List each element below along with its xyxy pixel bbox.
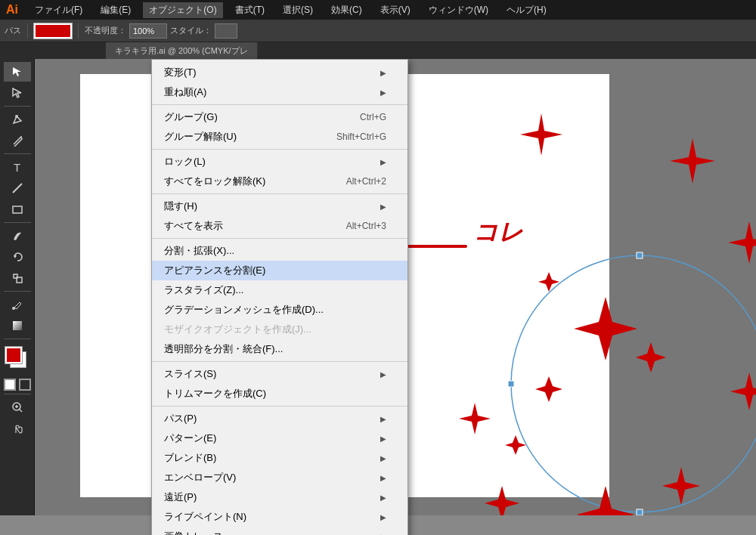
menu-item-mosaic: モザイクオブジェクトを作成(J)... <box>152 320 407 339</box>
main-area: T <box>0 59 756 515</box>
menu-item-label: パス(P) <box>164 412 197 425</box>
submenu-arrow-icon: ▶ <box>380 415 386 423</box>
menu-item-label: パターン(E) <box>164 431 216 445</box>
menu-item-label: ラスタライズ(Z)... <box>164 283 243 297</box>
menu-item-unlock_all[interactable]: すべてをロック解除(K)Alt+Ctrl+2 <box>152 172 407 191</box>
path-label: パス <box>5 25 21 36</box>
submenu-arrow-icon: ▶ <box>380 69 386 77</box>
menu-item-label: ロック(L) <box>164 155 206 169</box>
submenu-arrow-icon: ▶ <box>380 454 386 462</box>
stroke-color-swatch[interactable] <box>34 23 72 39</box>
menu-separator <box>152 238 407 239</box>
menu-item-image_trace[interactable]: 画像トレース▶ <box>152 527 407 535</box>
submenu-arrow-icon: ▶ <box>380 513 386 521</box>
menu-help[interactable]: ヘルプ(H) <box>500 2 553 18</box>
menu-item-shortcut: Alt+Ctrl+3 <box>346 221 386 231</box>
submenu-arrow-icon: ▶ <box>380 434 386 443</box>
menu-item-label: トリムマークを作成(C) <box>164 387 266 400</box>
menu-separator <box>152 149 407 150</box>
menu-item-live_paint[interactable]: ライブペイント(N)▶ <box>152 507 407 527</box>
app-logo: Ai <box>6 3 18 17</box>
opacity-input[interactable] <box>129 23 167 39</box>
menu-item-path[interactable]: パス(P)▶ <box>152 409 407 428</box>
menu-item-show_all[interactable]: すべてを表示Alt+Ctrl+3 <box>152 216 407 236</box>
menu-item-label: アピアランスを分割(E) <box>164 264 265 277</box>
menu-item-label: 画像トレース <box>164 530 223 535</box>
toolbar-separator <box>27 23 28 39</box>
menu-item-label: ブレンド(B) <box>164 451 216 465</box>
menu-item-envelope[interactable]: エンベロープ(V)▶ <box>152 468 407 487</box>
menu-item-trim_marks[interactable]: トリムマークを作成(C) <box>152 384 407 404</box>
menu-item-label: 変形(T) <box>164 66 197 79</box>
menu-item-label: スライス(S) <box>164 367 216 381</box>
menu-separator <box>152 361 407 362</box>
menu-item-slice[interactable]: スライス(S)▶ <box>152 364 407 384</box>
submenu-arrow-icon: ▶ <box>380 493 386 502</box>
toolbar-separator-2 <box>78 23 79 39</box>
dropdown-overlay: 変形(T)▶重ね順(A)▶グループ(G)Ctrl+Gグループ解除(U)Shift… <box>0 59 756 515</box>
menu-effect[interactable]: 効果(C) <box>325 2 368 18</box>
menu-item-hide[interactable]: 隠す(H)▶ <box>152 196 407 216</box>
menu-item-label: 分割・拡張(X)... <box>164 244 234 258</box>
submenu-arrow-icon: ▶ <box>380 533 386 536</box>
object-menu-dropdown: 変形(T)▶重ね順(A)▶グループ(G)Ctrl+Gグループ解除(U)Shift… <box>151 59 408 535</box>
title-bar: Ai ファイル(F) 編集(E) オブジェクト(O) 書式(T) 選択(S) 効… <box>0 0 756 20</box>
menu-file[interactable]: ファイル(F) <box>29 2 88 18</box>
menu-item-label: エンベロープ(V) <box>164 471 236 484</box>
menu-item-label: 隠す(H) <box>164 199 197 213</box>
menu-select[interactable]: 選択(S) <box>277 2 319 18</box>
file-info-bar: キラキラ用.ai @ 200% (CMYK/プレ <box>0 42 756 59</box>
menu-item-flatten_transparency[interactable]: 透明部分を分割・統合(F)... <box>152 339 407 359</box>
menu-separator <box>152 406 407 407</box>
opacity-label: 不透明度： <box>85 25 126 36</box>
submenu-arrow-icon: ▶ <box>380 158 386 166</box>
submenu-arrow-icon: ▶ <box>380 370 386 379</box>
menu-item-transform[interactable]: 変形(T)▶ <box>152 63 407 82</box>
menu-item-group[interactable]: グループ(G)Ctrl+G <box>152 107 407 127</box>
menu-type[interactable]: 書式(T) <box>229 2 271 18</box>
menu-item-blend[interactable]: ブレンド(B)▶ <box>152 448 407 468</box>
menu-item-label: グループ解除(U) <box>164 130 237 144</box>
menu-item-rasterize[interactable]: ラスタライズ(Z)... <box>152 280 407 300</box>
menu-item-shortcut: Alt+Ctrl+2 <box>346 176 386 187</box>
menu-item-shortcut: Shift+Ctrl+G <box>336 131 386 142</box>
submenu-arrow-icon: ▶ <box>380 88 386 97</box>
menu-item-label: モザイクオブジェクトを作成(J)... <box>164 323 311 336</box>
menu-item-label: 重ね順(A) <box>164 85 206 99</box>
menu-window[interactable]: ウィンドウ(W) <box>423 2 494 18</box>
menu-object[interactable]: オブジェクト(O) <box>143 2 222 18</box>
menu-item-label: すべてをロック解除(K) <box>164 175 265 188</box>
document-tab[interactable]: キラキラ用.ai @ 200% (CMYK/プレ <box>106 42 258 59</box>
menu-item-arrange[interactable]: 重ね順(A)▶ <box>152 82 407 102</box>
style-label: スタイル： <box>170 25 212 36</box>
style-dropdown[interactable] <box>215 23 237 39</box>
submenu-arrow-icon: ▶ <box>380 203 386 211</box>
menu-item-label: 遠近(P) <box>164 490 197 504</box>
menu-item-shortcut: Ctrl+G <box>360 112 386 122</box>
menu-item-expand[interactable]: 分割・拡張(X)... <box>152 241 407 261</box>
menu-item-ungroup[interactable]: グループ解除(U)Shift+Ctrl+G <box>152 127 407 147</box>
menu-edit[interactable]: 編集(E) <box>94 2 137 18</box>
submenu-arrow-icon: ▶ <box>380 474 386 482</box>
toolbar: パス 不透明度： スタイル： <box>0 20 756 42</box>
menu-item-lock[interactable]: ロック(L)▶ <box>152 152 407 172</box>
menu-item-label: すべてを表示 <box>164 219 223 233</box>
menu-item-label: ライブペイント(N) <box>164 510 246 524</box>
menu-separator <box>152 193 407 194</box>
menu-separator <box>152 104 407 105</box>
menu-item-label: グラデーションメッシュを作成(D)... <box>164 303 324 317</box>
menu-item-label: グループ(G) <box>164 110 218 124</box>
menu-item-perspective[interactable]: 遠近(P)▶ <box>152 487 407 507</box>
menu-item-expand_appearance[interactable]: アピアランスを分割(E) <box>152 261 407 280</box>
menu-item-label: 透明部分を分割・統合(F)... <box>164 342 283 356</box>
menu-item-gradient_mesh[interactable]: グラデーションメッシュを作成(D)... <box>152 300 407 320</box>
menu-item-pattern[interactable]: パターン(E)▶ <box>152 428 407 448</box>
menu-view[interactable]: 表示(V) <box>374 2 417 18</box>
